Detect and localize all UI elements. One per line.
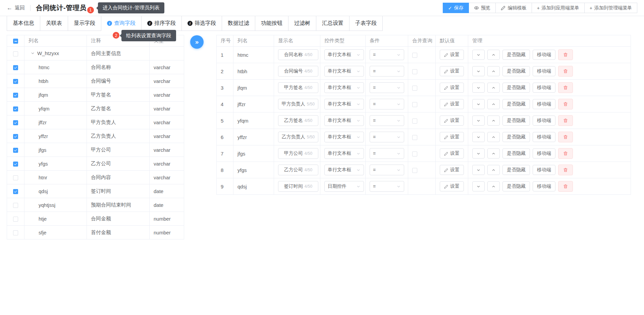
display-name-input[interactable]: 合同编号4/50 bbox=[278, 66, 318, 77]
set-default-button[interactable]: 设置 bbox=[440, 116, 464, 126]
move-up-button[interactable] bbox=[487, 83, 500, 93]
tab-filter-tree[interactable]: 过滤树 bbox=[288, 16, 316, 31]
display-name-input[interactable]: 乙方负责人5/50 bbox=[278, 132, 318, 142]
move-down-button[interactable] bbox=[472, 99, 485, 109]
toggle-hidden-button[interactable]: 是否隐藏 bbox=[502, 50, 530, 60]
mobile-button[interactable]: 移动端 bbox=[533, 50, 555, 60]
display-name-input[interactable]: 签订时间4/50 bbox=[278, 181, 318, 192]
tab-related-table[interactable]: 关联表 bbox=[40, 16, 68, 31]
add-admin-menu-button[interactable]: +添加到管理端菜单 bbox=[584, 3, 637, 13]
row-checkbox[interactable] bbox=[13, 230, 18, 235]
tab-data-filter[interactable]: 数据过滤 bbox=[222, 16, 255, 31]
move-down-button[interactable] bbox=[472, 83, 485, 93]
mobile-button[interactable]: 移动端 bbox=[533, 148, 555, 159]
back-button[interactable]: ← 返回 bbox=[7, 5, 25, 11]
move-down-button[interactable] bbox=[472, 50, 485, 60]
delete-button[interactable] bbox=[558, 181, 573, 192]
tab-summary-settings[interactable]: 汇总设置 bbox=[316, 16, 350, 31]
move-down-button[interactable] bbox=[472, 181, 485, 191]
select-all-checkbox[interactable] bbox=[13, 39, 18, 44]
display-name-input[interactable]: 乙方签名4/50 bbox=[278, 115, 318, 126]
move-up-button[interactable] bbox=[487, 132, 500, 142]
tab-sort-fields[interactable]: i排序字段 bbox=[142, 16, 182, 31]
display-name-input[interactable]: 甲方签名4/50 bbox=[278, 82, 318, 93]
merge-query-checkbox[interactable] bbox=[412, 135, 417, 140]
preview-button[interactable]: 预览 bbox=[469, 3, 496, 13]
toggle-hidden-button[interactable]: 是否隐藏 bbox=[502, 165, 530, 175]
control-type-select[interactable]: 单行文本框 bbox=[324, 165, 364, 175]
toggle-hidden-button[interactable]: 是否隐藏 bbox=[502, 66, 530, 76]
condition-select[interactable]: = bbox=[370, 82, 404, 93]
mobile-button[interactable]: 移动端 bbox=[533, 165, 555, 175]
control-type-select[interactable]: 单行文本框 bbox=[324, 99, 364, 109]
merge-query-checkbox[interactable] bbox=[412, 102, 417, 107]
move-down-button[interactable] bbox=[472, 165, 485, 175]
toggle-hidden-button[interactable]: 是否隐藏 bbox=[502, 116, 530, 126]
move-up-button[interactable] bbox=[487, 116, 500, 126]
move-up-button[interactable] bbox=[487, 165, 500, 175]
row-checkbox[interactable] bbox=[13, 162, 18, 167]
row-checkbox[interactable] bbox=[13, 106, 18, 111]
merge-query-checkbox[interactable] bbox=[412, 119, 417, 124]
mobile-button[interactable]: 移动端 bbox=[533, 116, 555, 126]
move-down-button[interactable] bbox=[472, 66, 485, 76]
row-checkbox[interactable] bbox=[13, 93, 18, 98]
move-up-button[interactable] bbox=[487, 50, 500, 60]
row-checkbox[interactable] bbox=[13, 134, 18, 139]
toggle-hidden-button[interactable]: 是否隐藏 bbox=[502, 181, 530, 191]
condition-select[interactable]: = bbox=[370, 115, 404, 126]
set-default-button[interactable]: 设置 bbox=[440, 165, 464, 175]
set-default-button[interactable]: 设置 bbox=[440, 66, 464, 76]
delete-button[interactable] bbox=[558, 165, 573, 175]
row-checkbox[interactable] bbox=[13, 120, 18, 125]
row-checkbox[interactable] bbox=[13, 203, 18, 208]
row-checkbox[interactable] bbox=[13, 175, 18, 180]
group-toggle[interactable]: W_htzyxx bbox=[29, 50, 59, 56]
delete-button[interactable] bbox=[558, 132, 573, 142]
control-type-select[interactable]: 单行文本框 bbox=[324, 115, 364, 126]
control-type-select[interactable]: 日期控件 bbox=[324, 181, 364, 192]
control-type-select[interactable]: 单行文本框 bbox=[324, 82, 364, 93]
set-default-button[interactable]: 设置 bbox=[440, 181, 464, 191]
row-checkbox[interactable] bbox=[13, 79, 18, 84]
set-default-button[interactable]: 设置 bbox=[440, 148, 464, 159]
set-default-button[interactable]: 设置 bbox=[440, 99, 464, 109]
display-name-input[interactable]: 乙方公司4/50 bbox=[278, 165, 318, 175]
tab-query-fields[interactable]: i查询字段 bbox=[101, 16, 142, 31]
tab-filter-fields[interactable]: i筛选字段 bbox=[182, 16, 222, 31]
condition-select[interactable]: = bbox=[370, 49, 404, 60]
condition-select[interactable]: = bbox=[370, 66, 404, 77]
row-checkbox[interactable] bbox=[13, 217, 18, 222]
row-checkbox[interactable] bbox=[13, 65, 18, 70]
control-type-select[interactable]: 单行文本框 bbox=[324, 132, 364, 142]
display-name-input[interactable]: 甲方公司4/50 bbox=[278, 148, 318, 159]
row-checkbox[interactable] bbox=[13, 189, 18, 194]
merge-query-checkbox[interactable] bbox=[412, 53, 417, 58]
move-down-button[interactable] bbox=[472, 116, 485, 126]
control-type-select[interactable]: 单行文本框 bbox=[324, 66, 364, 77]
delete-button[interactable] bbox=[558, 49, 573, 60]
control-type-select[interactable]: 单行文本框 bbox=[324, 148, 364, 159]
add-app-menu-button[interactable]: +添加到应用端菜单 bbox=[532, 3, 585, 13]
tab-basic-info[interactable]: 基本信息 bbox=[7, 16, 40, 31]
merge-query-checkbox[interactable] bbox=[412, 86, 417, 91]
tab-display-fields[interactable]: 显示字段 bbox=[68, 16, 101, 31]
move-up-button[interactable] bbox=[487, 148, 500, 159]
set-default-button[interactable]: 设置 bbox=[440, 50, 464, 60]
merge-query-checkbox[interactable] bbox=[412, 168, 417, 173]
save-button[interactable]: ✓保存 bbox=[443, 3, 469, 13]
move-up-button[interactable] bbox=[487, 66, 500, 76]
control-type-select[interactable]: 单行文本框 bbox=[324, 49, 364, 60]
toggle-hidden-button[interactable]: 是否隐藏 bbox=[502, 132, 530, 142]
row-checkbox[interactable] bbox=[13, 51, 18, 56]
mobile-button[interactable]: 移动端 bbox=[533, 181, 555, 191]
mobile-button[interactable]: 移动端 bbox=[533, 99, 555, 109]
tab-function-buttons[interactable]: 功能按钮 bbox=[255, 16, 288, 31]
delete-button[interactable] bbox=[558, 82, 573, 93]
move-down-button[interactable] bbox=[472, 132, 485, 142]
move-up-button[interactable] bbox=[487, 181, 500, 191]
transfer-button[interactable]: » bbox=[190, 35, 204, 49]
toggle-hidden-button[interactable]: 是否隐藏 bbox=[502, 99, 530, 109]
delete-button[interactable] bbox=[558, 66, 573, 77]
toggle-hidden-button[interactable]: 是否隐藏 bbox=[502, 148, 530, 159]
